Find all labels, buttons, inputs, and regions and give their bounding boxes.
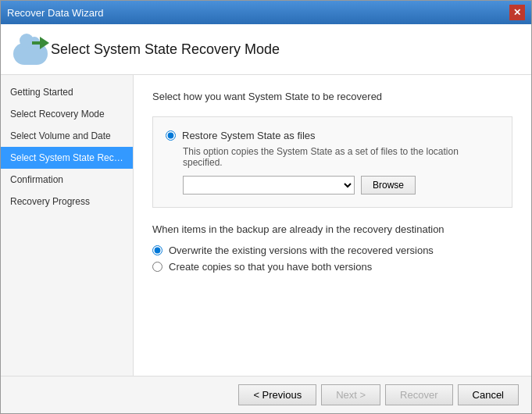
sidebar-item-select-volume-date[interactable]: Select Volume and Date	[1, 125, 133, 147]
recover-button[interactable]: Recover	[385, 384, 452, 405]
copies-radio[interactable]	[152, 262, 162, 272]
overwrite-radio[interactable]	[152, 245, 162, 255]
page-title: Select System State Recovery Mode	[51, 41, 280, 58]
location-select[interactable]	[183, 176, 355, 195]
browse-button[interactable]: Browse	[361, 176, 416, 195]
previous-button[interactable]: < Previous	[238, 384, 316, 405]
sidebar-item-getting-started[interactable]: Getting Started	[1, 81, 133, 103]
overwrite-radio-row: Overwrite the existing versions with the…	[152, 244, 512, 256]
window-title: Recover Data Wizard	[7, 7, 104, 19]
restore-files-radio[interactable]	[166, 130, 176, 141]
conflict-group: When items in the backup are already in …	[152, 223, 512, 273]
overwrite-label[interactable]: Overwrite the existing versions with the…	[169, 244, 434, 256]
restore-option-group: Restore System State as files This optio…	[152, 116, 512, 208]
restore-radio-row: Restore System State as files	[166, 130, 499, 141]
conflict-title: When items in the backup are already in …	[152, 223, 512, 235]
page-header: Select System State Recovery Mode	[1, 24, 531, 75]
restore-option-description: This option copies the System State as a…	[183, 146, 499, 168]
sidebar: Getting Started Select Recovery Mode Sel…	[1, 75, 134, 376]
next-button[interactable]: Next >	[321, 384, 380, 405]
sidebar-item-recovery-progress[interactable]: Recovery Progress	[1, 191, 133, 212]
browse-row: Browse	[183, 176, 499, 195]
sidebar-item-select-recovery-mode[interactable]: Select Recovery Mode	[1, 103, 133, 125]
copies-radio-row: Create copies so that you have both vers…	[152, 261, 512, 273]
restore-files-label[interactable]: Restore System State as files	[182, 130, 316, 141]
close-button[interactable]: ✕	[509, 5, 525, 20]
sidebar-item-confirmation[interactable]: Confirmation	[1, 169, 133, 191]
cancel-button[interactable]: Cancel	[458, 384, 519, 405]
content-area: Getting Started Select Recovery Mode Sel…	[1, 75, 531, 376]
title-bar: Recover Data Wizard ✕	[1, 1, 531, 24]
main-window: Recover Data Wizard ✕ Select System Stat…	[0, 0, 532, 414]
copies-label[interactable]: Create copies so that you have both vers…	[169, 261, 372, 273]
main-content: Select how you want System State to be r…	[134, 75, 531, 376]
sidebar-item-select-system-state[interactable]: Select System State Reco...	[1, 147, 133, 169]
section-title: Select how you want System State to be r…	[152, 91, 512, 102]
footer: < Previous Next > Recover Cancel	[1, 376, 531, 413]
wizard-icon	[13, 34, 51, 65]
